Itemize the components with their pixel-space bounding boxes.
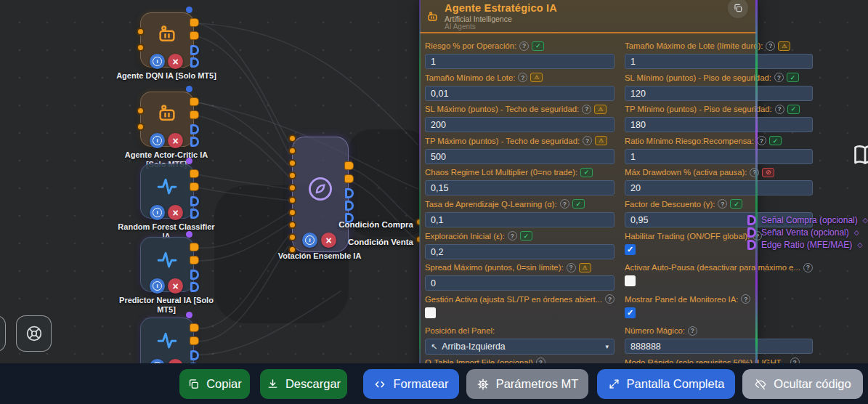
- input-port[interactable]: [137, 28, 145, 36]
- input-port[interactable]: [288, 209, 296, 217]
- button-label: Pantalla Completa: [627, 377, 725, 391]
- format-button[interactable]: Formatear: [363, 369, 459, 399]
- output-port[interactable]: [190, 137, 199, 147]
- field-input[interactable]: 1: [625, 149, 813, 164]
- chevron-down-icon: ▾: [606, 343, 609, 350]
- field-input[interactable]: 180: [625, 117, 813, 132]
- field-checkbox[interactable]: ✓: [625, 244, 636, 255]
- help-icon[interactable]: ?: [750, 168, 759, 177]
- info-button[interactable]: i: [150, 133, 165, 148]
- hide-code-button[interactable]: Ocultar código: [742, 369, 863, 399]
- output-port[interactable]: [344, 161, 354, 170]
- center-view-button[interactable]: [16, 315, 52, 352]
- help-icon[interactable]: ?: [567, 263, 576, 272]
- input-port[interactable]: [288, 196, 296, 204]
- field-input[interactable]: 1: [625, 54, 813, 69]
- documentation-button[interactable]: [851, 141, 868, 171]
- node-label: Predictor Neural IA [Solo MT5]: [114, 296, 219, 315]
- input-port[interactable]: [137, 123, 145, 131]
- copy-button[interactable]: Copiar: [179, 369, 250, 399]
- output-port[interactable]: [190, 97, 199, 106]
- help-icon[interactable]: ?: [757, 136, 766, 145]
- help-icon[interactable]: ?: [718, 199, 727, 209]
- field-input[interactable]: 0: [425, 275, 615, 291]
- input-port[interactable]: [137, 44, 145, 52]
- output-port[interactable]: [190, 209, 199, 219]
- output-port[interactable]: [190, 124, 199, 134]
- input-port[interactable]: [137, 107, 145, 115]
- field-input[interactable]: 120: [625, 86, 813, 101]
- delete-button[interactable]: ×: [168, 205, 183, 220]
- graph-node[interactable]: i×: [140, 163, 194, 219]
- field-checkbox[interactable]: [625, 275, 636, 286]
- help-icon[interactable]: ?: [518, 73, 527, 82]
- input-port[interactable]: [288, 233, 296, 241]
- help-icon[interactable]: ?: [774, 73, 784, 82]
- output-port[interactable]: [190, 243, 199, 251]
- output-port[interactable]: [190, 18, 199, 27]
- info-button[interactable]: i: [150, 278, 165, 294]
- help-icon[interactable]: ?: [519, 41, 529, 51]
- output-port[interactable]: [190, 282, 199, 292]
- info-button[interactable]: i: [150, 205, 165, 220]
- help-icon[interactable]: ?: [688, 326, 697, 336]
- field-input[interactable]: 20: [625, 180, 813, 195]
- canvas-control-button[interactable]: [0, 315, 6, 352]
- graph-node[interactable]: i×: [140, 237, 194, 292]
- ensemble-node[interactable]: i ×: [292, 137, 349, 252]
- help-icon[interactable]: ?: [508, 231, 517, 241]
- output-port[interactable]: [190, 256, 199, 264]
- help-icon[interactable]: ?: [741, 294, 750, 304]
- field-input[interactable]: 0,01: [425, 86, 615, 101]
- output-port[interactable]: [747, 215, 756, 225]
- output-port[interactable]: [747, 240, 756, 250]
- field-input[interactable]: 0,2: [425, 244, 615, 259]
- help-icon[interactable]: ?: [803, 263, 813, 272]
- node-state-dot: [186, 312, 192, 318]
- help-icon[interactable]: ?: [775, 105, 784, 114]
- delete-button[interactable]: ×: [168, 133, 183, 148]
- field-input[interactable]: 0,15: [425, 180, 615, 195]
- delete-button[interactable]: ×: [168, 278, 183, 294]
- field-select[interactable]: ↖Arriba-Izquierda▾: [425, 339, 615, 355]
- output-port[interactable]: [190, 323, 199, 332]
- mt-parameters-button[interactable]: Parámetros MT: [466, 369, 588, 399]
- fullscreen-button[interactable]: Pantalla Completa: [597, 369, 735, 399]
- field-input[interactable]: 0,1: [425, 212, 615, 227]
- output-port[interactable]: [747, 227, 756, 238]
- input-port[interactable]: [288, 221, 296, 229]
- field-input[interactable]: 1: [425, 54, 615, 69]
- output-port[interactable]: [190, 110, 199, 119]
- ok-badge: ✓: [532, 41, 544, 51]
- download-button[interactable]: Descargar: [260, 369, 347, 399]
- help-icon[interactable]: ?: [560, 199, 569, 209]
- output-port[interactable]: [190, 182, 199, 191]
- graph-node[interactable]: i×: [140, 12, 194, 68]
- field-input[interactable]: 500: [425, 149, 615, 164]
- field-checkbox[interactable]: ✓: [625, 307, 636, 318]
- output-port[interactable]: [190, 336, 199, 345]
- field-input[interactable]: 888888: [625, 339, 813, 354]
- help-icon[interactable]: ?: [766, 41, 775, 51]
- output-port[interactable]: [190, 169, 199, 178]
- help-icon[interactable]: ?: [605, 294, 615, 304]
- output-port[interactable]: [344, 174, 354, 183]
- delete-button[interactable]: ×: [168, 54, 183, 69]
- output-port[interactable]: [190, 196, 199, 206]
- input-port[interactable]: [288, 147, 296, 155]
- input-port[interactable]: [288, 184, 296, 192]
- help-icon[interactable]: ?: [583, 136, 592, 145]
- graph-node[interactable]: i×: [140, 92, 194, 147]
- input-port[interactable]: [288, 159, 296, 167]
- help-icon[interactable]: ?: [582, 105, 591, 114]
- output-port[interactable]: [190, 45, 199, 55]
- info-button[interactable]: i: [150, 54, 165, 69]
- input-port[interactable]: [288, 134, 296, 142]
- field-checkbox[interactable]: [425, 307, 436, 318]
- output-port[interactable]: [190, 57, 199, 68]
- output-port[interactable]: [190, 31, 199, 40]
- output-port[interactable]: [190, 350, 199, 360]
- field-input[interactable]: 200: [425, 117, 615, 132]
- input-port[interactable]: [288, 171, 296, 179]
- output-port[interactable]: [190, 270, 199, 280]
